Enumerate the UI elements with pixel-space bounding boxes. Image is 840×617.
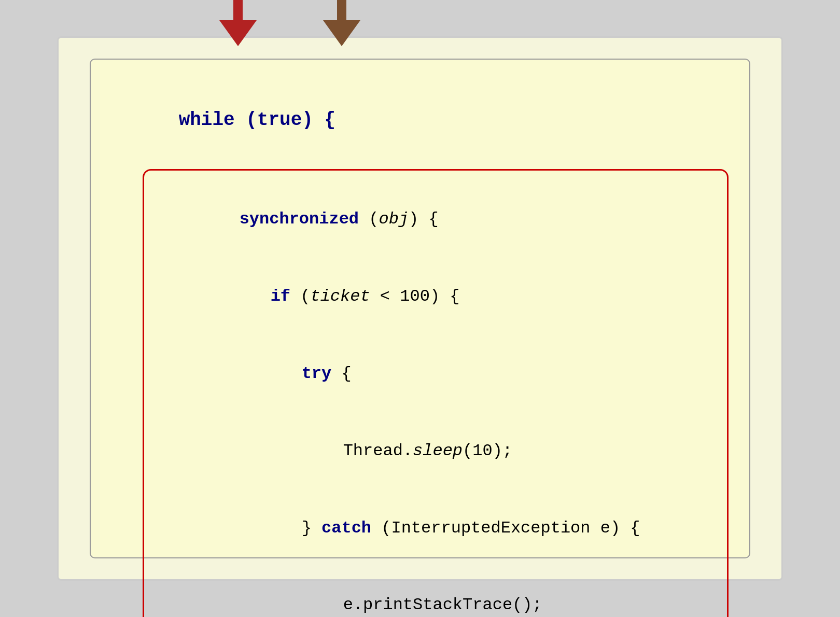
- print-stack-line: e.printStackTrace();: [263, 567, 711, 617]
- while-line: while (true) {: [111, 75, 729, 165]
- print-stack-text: e.printStackTrace();: [343, 595, 542, 614]
- arrow-2-head: [323, 20, 360, 46]
- arrow-1-head: [219, 20, 257, 46]
- thread-sleep-line: Thread.sleep(10);: [263, 412, 711, 489]
- synchronized-keyword: synchronized: [240, 209, 359, 229]
- if-line: if (ticket < 100) {: [191, 258, 711, 335]
- try-brace: {: [331, 364, 351, 383]
- catch-brace-close: }: [302, 518, 321, 538]
- sync-rest: (obj) {: [359, 209, 439, 229]
- while-rest: (true) {: [235, 109, 335, 131]
- arrow-1: ①: [219, 0, 257, 46]
- synchronized-block: synchronized (obj) { if (ticket < 100) {…: [143, 169, 729, 617]
- arrow-2: ②: [323, 0, 360, 46]
- while-keyword: while: [179, 109, 235, 131]
- outer-block: while (true) { synchronized (obj) { if (…: [90, 59, 750, 558]
- if-keyword: if: [271, 287, 290, 306]
- arrows-area: ① ②: [59, 0, 781, 38]
- arrow-2-shaft: [337, 0, 346, 20]
- try-keyword: try: [302, 364, 332, 383]
- synchronized-line: synchronized (obj) {: [160, 181, 711, 258]
- if-rest: (ticket < 100) {: [290, 287, 459, 306]
- try-line: try {: [222, 335, 711, 412]
- thread-sleep-text: Thread.sleep(10);: [343, 441, 512, 460]
- arrow-1-shaft: [233, 0, 243, 20]
- catch-keyword: catch: [321, 518, 371, 538]
- slide-container: ① ② while (true) {: [57, 36, 783, 581]
- catch-rest: (InterruptedException e) {: [371, 518, 640, 538]
- catch-line: } catch (InterruptedException e) {: [222, 489, 711, 567]
